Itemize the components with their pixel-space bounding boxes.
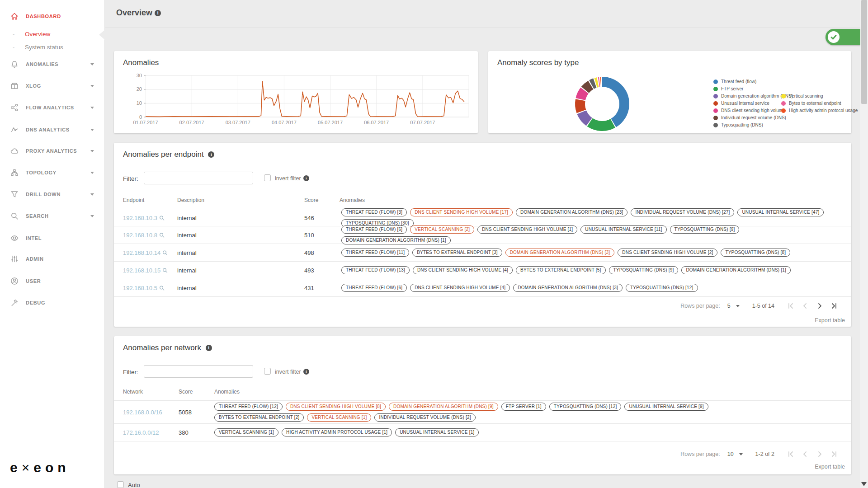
sidebar-item-admin[interactable]: ADMIN [0, 250, 105, 268]
vertical-scrollbar[interactable] [860, 0, 868, 488]
info-icon[interactable]: i [303, 175, 309, 181]
anomaly-chip[interactable]: THREAT FEED (FLOW) [6] [341, 225, 407, 234]
network-invert-filter-checkbox[interactable] [264, 368, 271, 375]
legend-item-threat-feed-flow-[interactable]: Threat feed (flow) [713, 79, 756, 84]
legend-item-unusual-internal-service[interactable]: Unusual internal service [713, 101, 769, 106]
legend-item-bytes-to-external-endpoint[interactable]: Bytes to external endpoint [781, 101, 841, 106]
endpoint-export-link[interactable]: Export table [815, 317, 845, 324]
anomaly-chip[interactable]: TYPOSQUATTING (DNS) [8] [721, 249, 790, 257]
anomaly-chip[interactable]: DNS CLIENT SENDING HIGH VOLUME [1] [477, 225, 577, 234]
sidebar-item-dashboard[interactable]: DASHBOARD [0, 7, 105, 25]
endpoint-invert-filter-checkbox[interactable] [264, 174, 271, 181]
anomaly-chip[interactable]: DNS CLIENT SENDING HIGH VOLUME [4] [413, 266, 513, 274]
home-icon [10, 12, 19, 21]
anomaly-chip[interactable]: INDIVIDUAL REQUEST VOLUME (DNS) [2] [374, 413, 475, 422]
anomaly-chip-alert[interactable]: DOMAIN GENERATION ALGORITHM (DNS) [3] [505, 249, 615, 257]
logo-text-part2: eon [33, 460, 70, 475]
endpoint-link[interactable]: 192.168.10.15 [123, 267, 168, 274]
endpoint-link[interactable]: 192.168.10.3 [123, 214, 165, 221]
sidebar-item-user[interactable]: USER [0, 272, 105, 290]
network-link[interactable]: 192.168.0.0/16 [123, 409, 162, 416]
endpoint-link[interactable]: 192.168.10.5 [123, 285, 165, 291]
sidebar-item-intel[interactable]: INTEL [0, 229, 105, 247]
sidebar-item-overview[interactable]: -Overview [0, 28, 105, 40]
info-icon[interactable]: i [303, 369, 309, 375]
col-header-anomalies: Anomalies [340, 197, 365, 203]
anomaly-chip[interactable]: UNUSUAL INTERNAL SERVICE [1] [395, 428, 479, 436]
anomaly-chip[interactable]: VERTICAL SCANNING [1] [214, 428, 278, 436]
anomaly-chip[interactable]: DNS CLIENT SENDING HIGH VOLUME [4] [410, 284, 510, 292]
scroll-down-arrow-icon[interactable] [861, 482, 867, 486]
anomaly-chip[interactable]: HIGH ACTIVITY ADMIN PROTOCOL USAGE [1] [282, 428, 392, 436]
sidebar-item-flow-analytics[interactable]: FLOW ANALYTICS [0, 99, 105, 117]
legend-item-high-activity-admin-protocol-usage[interactable]: High activity admin protocol usage [781, 108, 858, 113]
anomaly-chip-alert[interactable]: VERTICAL SCANNING [2] [410, 225, 474, 234]
info-icon[interactable]: i [155, 10, 161, 16]
rows-per-page-dropdown-icon[interactable] [736, 305, 740, 307]
sidebar-item-label: FLOW ANALYTICS [26, 105, 74, 110]
anomaly-chip[interactable]: BYTES TO EXTERNAL ENDPOINT [2] [214, 413, 304, 422]
sidebar-item-proxy-analytics[interactable]: PROXY ANALYTICS [0, 142, 105, 160]
sidebar-item-xlog[interactable]: XLOG [0, 77, 105, 95]
endpoint-filter-input[interactable] [144, 172, 253, 184]
network-filter-input[interactable] [144, 365, 253, 378]
anomaly-chip[interactable]: UNUSUAL INTERNAL SERVICE [9] [624, 403, 708, 411]
sidebar-item-drill-down[interactable]: DRILL DOWN [0, 185, 105, 203]
anomaly-chip[interactable]: DOMAIN GENERATION ALGORITHM (DNS) [23] [516, 208, 627, 216]
last-page-icon[interactable] [829, 301, 839, 311]
legend-item-individual-request-volume-dns-[interactable]: Individual request volume (DNS) [713, 115, 786, 120]
info-icon[interactable]: i [206, 345, 212, 351]
legend-item-ftp-server[interactable]: FTP server [713, 86, 743, 91]
anomaly-chip[interactable]: DOMAIN GENERATION ALGORITHM (DNS) [1] [341, 236, 451, 244]
endpoint-link[interactable]: 192.168.10.8 [123, 232, 165, 239]
endpoint-link[interactable]: 192.168.10.14 [123, 249, 168, 256]
anomaly-chip[interactable]: BYTES TO EXTERNAL ENDPOINT [5] [516, 266, 605, 274]
legend-item-typosquatting-dns-[interactable]: Typosquatting (DNS) [713, 122, 763, 127]
auto-refresh-checkbox[interactable] [117, 481, 124, 488]
legend-item-dns-client-sending-high-volume[interactable]: DNS client sending high volume [713, 108, 785, 113]
sidebar-item-dns-analytics[interactable]: DNS ANALYTICS [0, 121, 105, 139]
next-page-icon[interactable] [814, 301, 824, 311]
network-export-link[interactable]: Export table [815, 464, 845, 470]
rows-per-page-value[interactable]: 10 [727, 451, 734, 457]
anomaly-chip[interactable]: FTP SERVER [1] [501, 403, 546, 411]
anomaly-chip[interactable]: THREAT FEED (FLOW) [11] [341, 249, 409, 257]
anomaly-chip[interactable]: BYTES TO EXTERNAL ENDPOINT [3] [412, 249, 502, 257]
sidebar-item-system-status[interactable]: -System status [0, 41, 105, 53]
chevron-down-icon [90, 63, 94, 66]
endpoint-table-row: 192.168.10.5internal431THREAT FEED (FLOW… [114, 279, 851, 297]
anomaly-chip[interactable]: DNS CLIENT SENDING HIGH VOLUME [2] [618, 249, 717, 257]
endpoint-pagination: Rows per page:51-5 of 14 [680, 301, 839, 311]
rows-per-page-dropdown-icon[interactable] [739, 453, 743, 455]
chevron-down-icon [90, 215, 94, 217]
anomaly-chip[interactable]: THREAT FEED (FLOW) [13] [341, 266, 410, 274]
sidebar-item-anomalies[interactable]: ANOMALIES [0, 55, 105, 73]
legend-item-vertical-scanning[interactable]: Vertical scanning [781, 94, 823, 99]
anomaly-chip-alert[interactable]: VERTICAL SCANNING [1] [307, 413, 371, 422]
rows-per-page-value[interactable]: 5 [727, 303, 731, 309]
anomaly-chip[interactable]: UNUSUAL INTERNAL SERVICE [47] [737, 208, 824, 216]
anomaly-chip-alert[interactable]: DNS CLIENT SENDING HIGH VOLUME [8] [286, 403, 386, 411]
sidebar-item-debug[interactable]: DEBUG [0, 294, 105, 312]
sidebar-item-search[interactable]: SEARCH [0, 207, 105, 225]
anomaly-chip[interactable]: INDIVIDUAL REQUEST VOLUME (DNS) [27] [631, 208, 734, 216]
anomaly-chip[interactable]: TYPOSQUATTING (DNS) [9] [670, 225, 740, 234]
first-page-icon [785, 449, 795, 459]
anomaly-chip[interactable]: TYPOSQUATTING (DNS) [9] [609, 266, 679, 274]
sidebar-item-topology[interactable]: TOPOLOGY [0, 164, 105, 182]
anomaly-chip[interactable]: THREAT FEED (FLOW) [6] [341, 284, 407, 292]
anomaly-chip[interactable]: UNUSUAL INTERNAL SERVICE [11] [580, 225, 666, 234]
anomaly-chip[interactable]: DOMAIN GENERATION ALGORITHM (DNS) [1] [681, 266, 791, 274]
network-link[interactable]: 172.16.0.0/12 [123, 429, 159, 436]
anomaly-chip[interactable]: THREAT FEED (FLOW) [3] [341, 208, 407, 216]
anomaly-chip[interactable]: TYPOSQUATTING (DNS) [12] [626, 284, 698, 292]
info-icon[interactable]: i [208, 151, 214, 158]
anomaly-chip-alert[interactable]: DNS CLIENT SENDING HIGH VOLUME [17] [410, 208, 513, 216]
scrollbar-thumb[interactable] [861, 0, 867, 104]
success-toast[interactable] [826, 29, 861, 45]
anomaly-chip[interactable]: DOMAIN GENERATION ALGORITHM (DNS) [3] [513, 284, 623, 292]
sub-item-bullet: - [13, 44, 14, 51]
anomaly-chip[interactable]: THREAT FEED (FLOW) [12] [214, 403, 283, 411]
anomaly-chip[interactable]: TYPOSQUATTING (DNS) [12] [549, 403, 622, 411]
anomaly-chip-alert[interactable]: DOMAIN GENERATION ALGORITHM (DNS) [9] [389, 403, 498, 411]
